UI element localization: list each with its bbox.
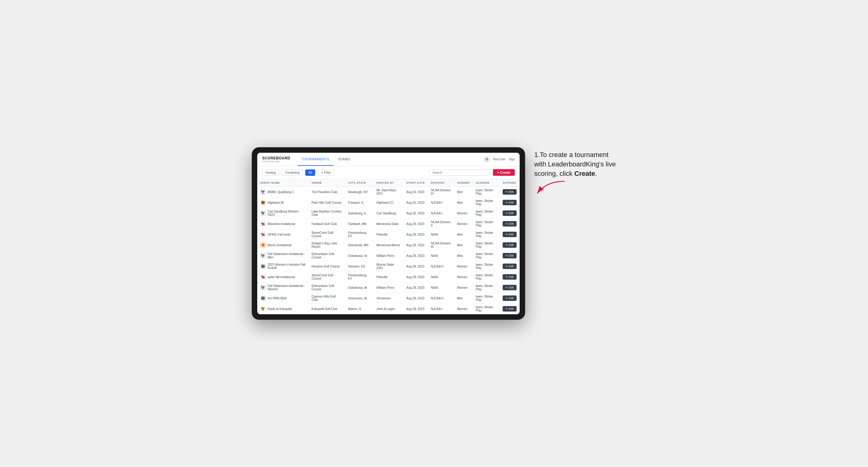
event-name-cell: 🐻2023 Women's Hesston Fall Kickoff xyxy=(257,261,309,272)
edit-button[interactable]: ✏ Edit xyxy=(503,189,517,195)
nav-tabs: TOURNAMENTS TEAMS xyxy=(298,153,354,166)
edit-button[interactable]: ✏ Edit xyxy=(503,221,517,226)
event-icon: 🦅 xyxy=(260,306,266,312)
scoring-cell: team, Stroke Play xyxy=(473,208,500,219)
tab-tournaments[interactable]: TOURNAMENTS xyxy=(298,153,334,166)
gender-cell: Men xyxy=(454,240,473,250)
gender-cell: Men xyxy=(454,293,473,304)
start-date-cell: Aug 28, 2023 xyxy=(403,250,428,261)
venue-cell: Ruttger's Bay Lake Resort xyxy=(309,240,345,250)
edit-button[interactable]: ✏ Edit xyxy=(503,211,517,216)
table-row: 🦊Morris InvitationalRuttger's Bay Lake R… xyxy=(257,240,520,250)
competing-filter-btn[interactable]: Competing xyxy=(282,169,303,176)
create-button[interactable]: + Create xyxy=(493,169,515,176)
division-cell: NCAA Division II xyxy=(428,219,454,229)
edit-button[interactable]: ✏ Edit xyxy=(503,274,517,280)
col-header-scoring: SCORING xyxy=(473,179,500,187)
start-date-cell: Aug 28, 2023 xyxy=(403,293,428,304)
user-label: Test User xyxy=(493,158,506,161)
toolbar: Hosting Competing All ≡ Filter + Create xyxy=(257,166,520,179)
edit-button[interactable]: ✏ Edit xyxy=(503,200,517,205)
table-row: 🐻2023 Women's Hesston Fall KickoffHessto… xyxy=(257,261,520,272)
logo-area: SCOREBOARD Powered by clippr xyxy=(262,156,290,162)
actions-cell: ✏ Edit xyxy=(500,272,520,282)
search-bar: + Create xyxy=(429,169,515,176)
table-row: 🐂Maverick InvitationalFaribault Golf Clu… xyxy=(257,219,520,229)
table-row: 🦅Fall Statesmen Invitational - MenEdmund… xyxy=(257,250,520,261)
edit-button[interactable]: ✏ Edit xyxy=(503,242,517,248)
hosted-by-cell: William Penn xyxy=(374,282,403,293)
table-row: 🐂UPIKE Fall InviteStoneCrest Golf Course… xyxy=(257,229,520,240)
division-cell: NJCAA I xyxy=(428,304,454,314)
table-container: EVENT NAMEVENUECITY, STATEHOSTED BYSTART… xyxy=(257,179,520,314)
city-state-cell: Galesburg, IL xyxy=(345,208,373,219)
edit-button[interactable]: ✏ Edit xyxy=(503,285,517,290)
col-header-venue: VENUE xyxy=(309,179,345,187)
col-header-event-name: EVENT NAME xyxy=(257,179,309,187)
actions-cell: ✏ Edit xyxy=(500,187,520,197)
hosted-by-cell: Minnesota-Morris xyxy=(374,240,403,250)
all-filter-btn[interactable]: All xyxy=(305,169,315,176)
table-row: 🦅Klash at KokopelliKokopelli Golf ClubMa… xyxy=(257,304,520,314)
sign-label[interactable]: Sign xyxy=(509,158,515,161)
tablet-device: SCOREBOARD Powered by clippr TOURNAMENTS… xyxy=(252,147,525,320)
col-header-hosted-by: HOSTED BY xyxy=(374,179,403,187)
actions-cell: ✏ Edit xyxy=(500,219,520,229)
annotation-text: 1.To create a tournament with Leaderboar… xyxy=(534,150,616,178)
city-state-cell: Deerwood, MN xyxy=(345,240,373,250)
col-header-gender: GENDER xyxy=(454,179,473,187)
event-name: Fall Statesmen Invitational - Men xyxy=(268,252,306,259)
event-icon: 🐂 xyxy=(260,221,266,226)
hosted-by-cell: Carl Sandburg xyxy=(374,208,403,219)
hosting-filter-btn[interactable]: Hosting xyxy=(262,169,279,176)
city-state-cell: Freeport, IL xyxy=(345,197,373,208)
event-icon: 🐂 xyxy=(260,274,266,280)
tab-teams[interactable]: TEAMS xyxy=(334,153,354,166)
actions-cell: ✏ Edit xyxy=(500,229,520,240)
event-name-cell: 🦊Morris Invitational xyxy=(257,240,309,250)
event-name: 2023 Women's Hesston Fall Kickoff xyxy=(268,263,306,270)
venue-cell: Edmundson Golf Course xyxy=(309,250,345,261)
edit-button[interactable]: ✏ Edit xyxy=(503,232,517,237)
nav-bar: SCOREBOARD Powered by clippr TOURNAMENTS… xyxy=(257,153,520,166)
division-cell: NCAA Division III xyxy=(428,240,454,250)
scoring-cell: team, Stroke Play xyxy=(473,219,500,229)
edit-button[interactable]: ✏ Edit xyxy=(503,295,517,301)
event-name-cell: 🦅Klash at Kokopelli xyxy=(257,304,309,314)
event-name: Carl Sandburg Women FA23 xyxy=(268,210,306,217)
actions-cell: ✏ Edit xyxy=(500,197,520,208)
settings-icon[interactable]: ⚙ xyxy=(484,156,490,162)
event-name: Morris Invitational xyxy=(268,244,291,247)
edit-button[interactable]: ✏ Edit xyxy=(503,306,517,312)
col-header-actions: ACTIONS xyxy=(500,179,520,187)
edit-button[interactable]: ✏ Edit xyxy=(503,253,517,258)
start-date-cell: Aug 28, 2023 xyxy=(403,240,428,250)
start-date-cell: Aug 28, 2023 xyxy=(403,282,428,293)
venue-cell: Lake Bracken Country Club xyxy=(309,208,345,219)
table-row: 🦅Fall Statesmen Invitational - WomenEdmu… xyxy=(257,282,520,293)
col-header-division: DIVISION xyxy=(428,179,454,187)
table-body: 🦅MSMC Qualifying 1The Powelton ClubNewbu… xyxy=(257,187,520,314)
start-date-cell: Aug 28, 2023 xyxy=(403,229,428,240)
venue-cell: StoneCrest Golf Course xyxy=(309,272,345,282)
edit-button[interactable]: ✏ Edit xyxy=(503,263,517,269)
search-input[interactable] xyxy=(429,169,490,176)
division-cell: NAIA xyxy=(428,229,454,240)
division-cell: NJCAA I xyxy=(428,197,454,208)
filter-btn[interactable]: ≡ Filter xyxy=(318,169,334,176)
table-row: 🦅MSMC Qualifying 1The Powelton ClubNewbu… xyxy=(257,187,520,197)
hosted-by-cell: Mt. Saint Mary (NY) xyxy=(374,187,403,197)
start-date-cell: Aug 25, 2023 xyxy=(403,197,428,208)
city-state-cell: Newburgh, NY xyxy=(345,187,373,197)
gender-cell: Women xyxy=(454,304,473,314)
city-state-cell: Marion, IL xyxy=(345,304,373,314)
city-state-cell: Prestonsburg, KY xyxy=(345,229,373,240)
division-cell: NAIA xyxy=(428,272,454,282)
venue-cell: Kokopelli Golf Club xyxy=(309,304,345,314)
city-state-cell: Prestonsburg, KY xyxy=(345,272,373,282)
event-name: MSMC Qualifying 1 xyxy=(268,190,294,194)
page-wrapper: SCOREBOARD Powered by clippr TOURNAMENTS… xyxy=(252,147,616,320)
start-date-cell: Aug 28, 2023 xyxy=(403,219,428,229)
gender-cell: Women xyxy=(454,208,473,219)
tablet-screen: SCOREBOARD Powered by clippr TOURNAMENTS… xyxy=(257,153,520,314)
